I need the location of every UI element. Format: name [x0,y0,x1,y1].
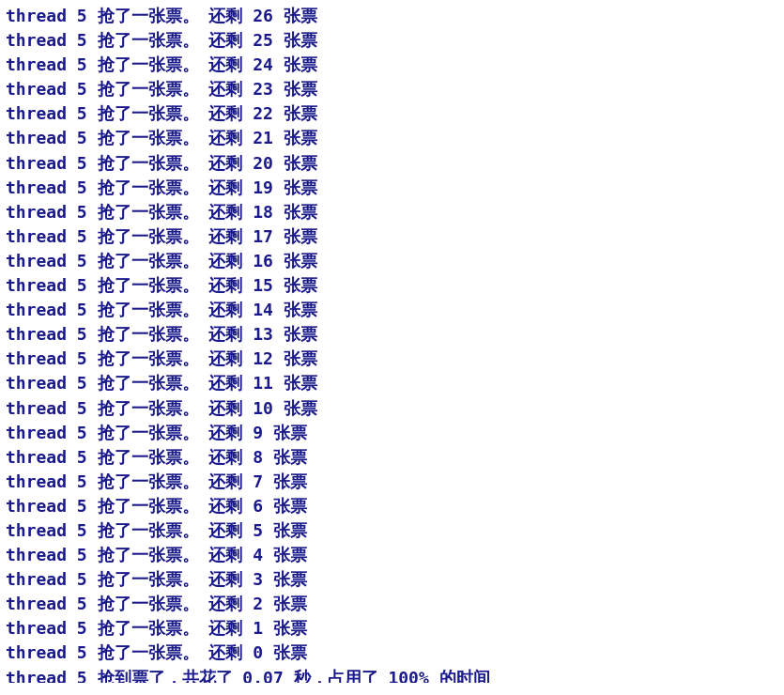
log-line: thread 5 抢了一张票。 还剩 19 张票 [6,176,778,200]
log-line: thread 5 抢了一张票。 还剩 22 张票 [6,101,778,126]
log-line: thread 5 抢了一张票。 还剩 0 张票 [6,641,778,665]
log-line: thread 5 抢了一张票。 还剩 3 张票 [6,567,778,592]
log-line: thread 5 抢了一张票。 还剩 25 张票 [6,28,778,53]
log-line: thread 5 抢了一张票。 还剩 7 张票 [6,470,778,494]
log-container: thread 5 抢了一张票。 还剩 26 张票thread 5 抢了一张票。 … [0,0,784,687]
log-line: thread 5 抢了一张票。 还剩 16 张票 [6,249,778,273]
log-line: thread 5 抢了一张票。 还剩 26 张票 [6,4,778,28]
log-line: thread 5 抢了一张票。 还剩 18 张票 [6,200,778,224]
log-line: thread 5 抢了一张票。 还剩 2 张票 [6,592,778,616]
log-line: thread 5 抢了一张票。 还剩 5 张票 [6,518,778,543]
partial-log-line: thread 5 抢到票了，共花了 0.07 秒，占用了 100% 的时间 [6,666,778,683]
log-line: thread 5 抢了一张票。 还剩 20 张票 [6,151,778,176]
log-line: thread 5 抢了一张票。 还剩 21 张票 [6,126,778,150]
log-line: thread 5 抢了一张票。 还剩 4 张票 [6,543,778,567]
log-line: thread 5 抢了一张票。 还剩 17 张票 [6,224,778,249]
log-line: thread 5 抢了一张票。 还剩 8 张票 [6,445,778,470]
log-line: thread 5 抢了一张票。 还剩 23 张票 [6,77,778,101]
log-line: thread 5 抢了一张票。 还剩 6 张票 [6,494,778,518]
log-line: thread 5 抢了一张票。 还剩 10 张票 [6,396,778,421]
log-line: thread 5 抢了一张票。 还剩 24 张票 [6,53,778,77]
log-line: thread 5 抢了一张票。 还剩 1 张票 [6,616,778,641]
log-line: thread 5 抢了一张票。 还剩 11 张票 [6,371,778,395]
log-line: thread 5 抢了一张票。 还剩 12 张票 [6,347,778,371]
log-line: thread 5 抢了一张票。 还剩 14 张票 [6,298,778,322]
log-line: thread 5 抢了一张票。 还剩 13 张票 [6,322,778,347]
log-line: thread 5 抢了一张票。 还剩 9 张票 [6,421,778,445]
log-line: thread 5 抢了一张票。 还剩 15 张票 [6,273,778,298]
